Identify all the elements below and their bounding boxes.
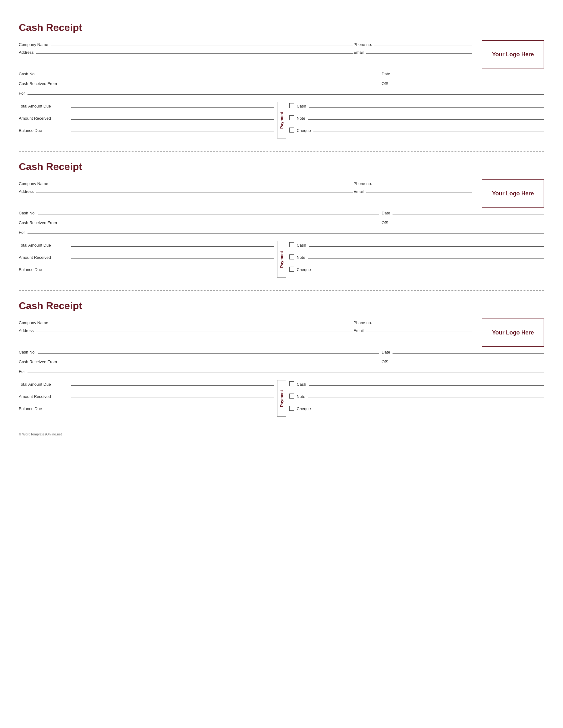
cash-received-from-label-2: Cash Received From (19, 220, 57, 225)
email-input-3[interactable] (366, 326, 472, 332)
cheque-option-input-1[interactable] (314, 126, 544, 132)
amount-received-label-3: Amount Received (19, 394, 69, 399)
cash-received-from-input-1[interactable] (59, 79, 379, 85)
cheque-checkbox-2[interactable] (289, 267, 294, 272)
footer: © WordTemplatesOnline.net (19, 432, 544, 436)
total-amount-input-3[interactable] (71, 380, 274, 386)
cheque-option-input-3[interactable] (314, 404, 544, 410)
for-input-2[interactable] (28, 228, 545, 234)
cash-option-input-3[interactable] (309, 380, 544, 386)
ofs-label-1: Of$ (382, 81, 388, 86)
payment-label-2: Payment (277, 241, 286, 278)
total-amount-label-2: Total Amount Due (19, 243, 69, 248)
logo-box-2: Your Logo Here (482, 179, 544, 208)
balance-due-label-3: Balance Due (19, 406, 69, 411)
company-name-input-1[interactable] (51, 40, 354, 46)
balance-due-label-2: Balance Due (19, 267, 69, 272)
cash-option-input-2[interactable] (309, 241, 544, 247)
logo-box-1: Your Logo Here (482, 40, 544, 68)
cheque-option-input-2[interactable] (314, 265, 544, 271)
note-option-input-2[interactable] (308, 253, 544, 259)
amount-received-label-1: Amount Received (19, 116, 69, 121)
date-label-3: Date (382, 350, 390, 354)
amount-received-input-1[interactable] (71, 114, 274, 120)
company-name-input-2[interactable] (51, 179, 354, 185)
cash-checkbox-3[interactable] (289, 381, 294, 386)
cash-checkbox-1[interactable] (289, 103, 294, 108)
ofs-input-2[interactable] (391, 218, 544, 224)
cash-no-input-1[interactable] (38, 70, 379, 75)
payment-label-1: Payment (277, 102, 286, 138)
date-input-2[interactable] (393, 209, 544, 214)
phone-label-2: Phone no. (354, 181, 372, 186)
note-option-label-1: Note (297, 116, 305, 121)
total-amount-input-2[interactable] (71, 241, 274, 247)
date-input-3[interactable] (393, 348, 544, 354)
receipt-3: Cash Receipt Company Name Phone no. Addr… (19, 291, 544, 423)
amount-received-input-3[interactable] (71, 392, 274, 398)
for-label-2: For (19, 230, 25, 235)
cash-option-input-1[interactable] (309, 102, 544, 108)
note-option-label-2: Note (297, 255, 305, 260)
phone-input-1[interactable] (375, 40, 472, 46)
address-label-3: Address (19, 328, 34, 333)
cash-no-label-2: Cash No. (19, 211, 36, 215)
cash-option-label-2: Cash (297, 243, 306, 248)
note-option-input-3[interactable] (308, 392, 544, 398)
cash-no-input-3[interactable] (38, 348, 379, 354)
cheque-option-label-3: Cheque (297, 406, 311, 411)
for-input-3[interactable] (28, 367, 545, 373)
email-label-1: Email (354, 50, 364, 55)
for-label-1: For (19, 91, 25, 96)
note-option-input-1[interactable] (308, 114, 544, 120)
address-input-2[interactable] (36, 187, 354, 193)
address-input-1[interactable] (36, 48, 354, 54)
email-label-2: Email (354, 189, 364, 194)
logo-box-3: Your Logo Here (482, 319, 544, 347)
total-amount-label-3: Total Amount Due (19, 382, 69, 387)
amount-received-input-2[interactable] (71, 253, 274, 259)
balance-due-input-2[interactable] (71, 265, 274, 271)
cash-received-from-input-3[interactable] (59, 358, 379, 363)
cheque-checkbox-1[interactable] (289, 128, 294, 133)
phone-label-1: Phone no. (354, 42, 372, 47)
cash-option-label-1: Cash (297, 104, 306, 108)
address-label-1: Address (19, 50, 34, 55)
footer-text: © WordTemplatesOnline.net (19, 432, 62, 436)
balance-due-input-3[interactable] (71, 404, 274, 410)
email-input-1[interactable] (366, 48, 472, 54)
address-input-3[interactable] (36, 326, 354, 332)
receipt-3-title: Cash Receipt (19, 300, 544, 312)
cash-no-input-2[interactable] (38, 209, 379, 214)
for-label-3: For (19, 369, 25, 374)
note-checkbox-2[interactable] (289, 254, 294, 259)
cheque-checkbox-3[interactable] (289, 406, 294, 411)
date-label-2: Date (382, 211, 390, 215)
balance-due-input-1[interactable] (71, 126, 274, 132)
cash-option-label-3: Cash (297, 382, 306, 387)
ofs-label-3: Of$ (382, 359, 388, 364)
cash-no-label-1: Cash No. (19, 72, 36, 76)
note-checkbox-3[interactable] (289, 394, 294, 399)
cash-received-from-input-2[interactable] (59, 218, 379, 224)
ofs-input-3[interactable] (391, 358, 544, 363)
total-amount-input-1[interactable] (71, 102, 274, 108)
cash-checkbox-2[interactable] (289, 242, 294, 247)
balance-due-label-1: Balance Due (19, 128, 69, 133)
cash-received-from-label-1: Cash Received From (19, 81, 57, 86)
email-input-2[interactable] (366, 187, 472, 193)
amount-received-label-2: Amount Received (19, 255, 69, 260)
ofs-input-1[interactable] (391, 79, 544, 85)
cash-no-label-3: Cash No. (19, 350, 36, 354)
phone-input-3[interactable] (375, 319, 472, 324)
company-name-input-3[interactable] (51, 319, 354, 324)
cash-received-from-label-3: Cash Received From (19, 359, 57, 364)
note-checkbox-1[interactable] (289, 115, 294, 120)
phone-label-3: Phone no. (354, 320, 372, 325)
receipt-2: Cash Receipt Company Name Phone no. Addr… (19, 152, 544, 284)
for-input-1[interactable] (28, 89, 545, 95)
date-input-1[interactable] (393, 70, 544, 75)
phone-input-2[interactable] (375, 179, 472, 185)
payment-label-3: Payment (277, 380, 286, 417)
total-amount-label-1: Total Amount Due (19, 104, 69, 108)
